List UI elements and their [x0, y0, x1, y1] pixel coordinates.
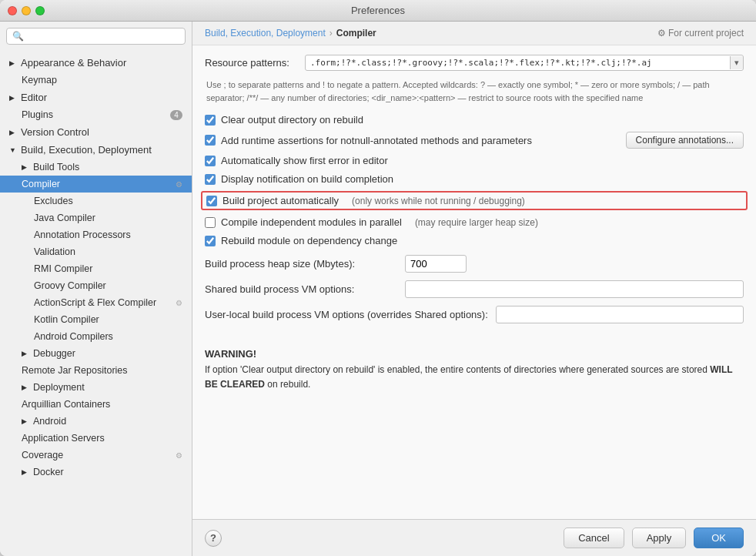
- checkbox-clear-output: Clear output directory on rebuild: [205, 113, 744, 126]
- preferences-window: Preferences 🔍 ▶ Appearance & Behavior Ke…: [0, 0, 756, 556]
- sidebar-item-label: Build, Execution, Deployment: [21, 144, 152, 156]
- show-first-error-label: Automatically show first error in editor: [221, 155, 388, 166]
- clear-output-label: Clear output directory on rebuild: [221, 114, 363, 126]
- resource-patterns-help: Use ; to separate patterns and ! to nega…: [205, 79, 744, 104]
- sidebar-item-label: Java Compiler: [34, 213, 95, 223]
- sidebar-item-label: Annotation Processors: [34, 229, 131, 240]
- sidebar-item-app-servers[interactable]: Application Servers: [0, 430, 192, 447]
- sidebar-item-android-compilers[interactable]: Android Compilers: [0, 328, 192, 345]
- show-first-error-checkbox[interactable]: [205, 156, 216, 166]
- sidebar-item-label: Excludes: [34, 196, 73, 206]
- sidebar-item-debugger[interactable]: ▶ Debugger: [0, 345, 192, 362]
- ok-button[interactable]: OK: [694, 528, 744, 548]
- sidebar-item-version-control[interactable]: ▶ Version Control: [0, 123, 192, 141]
- scroll-button[interactable]: ▾: [730, 56, 743, 69]
- user-local-vm-label: User-local build process VM options (ove…: [205, 309, 488, 320]
- window-controls: [8, 6, 45, 15]
- breadcrumb-current: Compiler: [336, 28, 376, 39]
- configure-annotations-button[interactable]: Configure annotations...: [626, 132, 744, 149]
- help-button[interactable]: ?: [205, 530, 222, 547]
- sidebar-item-label: Remote Jar Repositories: [22, 365, 128, 376]
- close-button[interactable]: [8, 6, 17, 15]
- sidebar-item-label: Groovy Compiler: [34, 280, 106, 291]
- rebuild-dependency-checkbox[interactable]: [205, 236, 216, 246]
- main-content: 🔍 ▶ Appearance & Behavior Keymap ▶ Edito…: [0, 22, 756, 556]
- checkbox-rebuild-dependency: Rebuild module on dependency change: [205, 234, 744, 247]
- checkbox-compile-parallel: Compile independent modules in parallel …: [205, 216, 744, 229]
- sidebar-item-android[interactable]: ▶ Android: [0, 413, 192, 430]
- expand-icon: ▶: [9, 129, 17, 136]
- user-local-vm-input[interactable]: [496, 306, 744, 323]
- resource-input-wrap: ▾: [305, 55, 744, 71]
- sidebar-item-remote-jar[interactable]: Remote Jar Repositories: [0, 362, 192, 379]
- sidebar-item-validation[interactable]: Validation: [0, 243, 192, 260]
- sidebar-item-coverage[interactable]: Coverage ⚙: [0, 447, 192, 464]
- window-title: Preferences: [351, 5, 405, 16]
- search-box[interactable]: 🔍: [6, 28, 186, 45]
- compile-parallel-checkbox[interactable]: [205, 217, 216, 228]
- sidebar-item-compiler[interactable]: Compiler ⚙: [0, 176, 192, 193]
- expand-icon: ▶: [22, 350, 29, 357]
- sidebar: 🔍 ▶ Appearance & Behavior Keymap ▶ Edito…: [0, 22, 192, 556]
- breadcrumb-right: ⚙ For current project: [657, 28, 744, 39]
- sidebar-item-java-compiler[interactable]: Java Compiler: [0, 209, 192, 226]
- sidebar-item-label: Plugins: [22, 109, 53, 120]
- sidebar-item-plugins[interactable]: Plugins 4: [0, 106, 192, 123]
- clear-output-checkbox[interactable]: [205, 115, 216, 126]
- checkbox-runtime-assertions: Add runtime assertions for notnull-annot…: [205, 134, 626, 147]
- warning-title: WARNING!: [205, 347, 744, 363]
- sidebar-item-build-execution[interactable]: ▼ Build, Execution, Deployment: [0, 141, 192, 159]
- sidebar-item-label: Docker: [33, 467, 64, 477]
- sidebar-item-label: Android: [33, 416, 66, 427]
- sidebar-item-excludes[interactable]: Excludes: [0, 193, 192, 209]
- sidebar-item-label: Validation: [34, 246, 75, 257]
- resource-patterns-input[interactable]: [306, 55, 730, 70]
- sidebar-item-keymap[interactable]: Keymap: [0, 72, 192, 89]
- resource-patterns-label: Resource patterns:: [205, 57, 297, 69]
- heap-size-label: Build process heap size (Mbytes):: [205, 258, 397, 270]
- settings-icon: ⚙: [176, 451, 182, 460]
- sidebar-item-docker[interactable]: ▶ Docker: [0, 464, 192, 481]
- sidebar-item-label: Deployment: [33, 382, 85, 393]
- sidebar-item-arquillian[interactable]: Arquillian Containers: [0, 396, 192, 413]
- cancel-button[interactable]: Cancel: [564, 528, 624, 548]
- heap-size-row: Build process heap size (Mbytes):: [205, 255, 744, 273]
- sidebar-item-build-tools[interactable]: ▶ Build Tools: [0, 159, 192, 176]
- runtime-assertions-checkbox[interactable]: [205, 135, 216, 146]
- search-icon: 🔍: [12, 31, 24, 42]
- plugins-badge: 4: [170, 110, 182, 120]
- heap-size-input[interactable]: [405, 255, 467, 273]
- compile-parallel-note: (may require larger heap size): [415, 217, 538, 228]
- warning-text: If option 'Clear output directory on reb…: [205, 363, 744, 392]
- sidebar-item-deployment[interactable]: ▶ Deployment: [0, 379, 192, 396]
- sidebar-item-editor[interactable]: ▶ Editor: [0, 89, 192, 106]
- shared-vm-row: Shared build process VM options:: [205, 280, 744, 298]
- sidebar-item-label: ActionScript & Flex Compiler: [34, 297, 156, 308]
- sidebar-item-annotation-processors[interactable]: Annotation Processors: [0, 226, 192, 243]
- sidebar-item-label: Editor: [21, 92, 47, 103]
- sidebar-item-label: Keymap: [22, 75, 57, 85]
- shared-vm-input[interactable]: [405, 280, 744, 298]
- project-icon: ⚙: [657, 28, 666, 39]
- bottom-bar: ? Cancel Apply OK: [192, 519, 756, 556]
- sidebar-item-label: Android Compilers: [34, 331, 113, 342]
- rebuild-dependency-label: Rebuild module on dependency change: [221, 235, 397, 246]
- build-auto-checkbox[interactable]: [206, 196, 217, 206]
- titlebar: Preferences: [0, 0, 756, 22]
- sidebar-item-groovy-compiler[interactable]: Groovy Compiler: [0, 277, 192, 294]
- minimize-button[interactable]: [22, 6, 31, 15]
- apply-button[interactable]: Apply: [632, 528, 687, 548]
- search-input[interactable]: [28, 31, 179, 42]
- expand-icon: ▶: [22, 468, 29, 476]
- breadcrumb-separator: ›: [329, 28, 333, 39]
- sidebar-item-actionscript-flex[interactable]: ActionScript & Flex Compiler ⚙: [0, 294, 192, 311]
- runtime-assertions-label: Add runtime assertions for notnull-annot…: [221, 135, 532, 146]
- breadcrumb-parent[interactable]: Build, Execution, Deployment: [205, 28, 326, 39]
- sidebar-item-rmi-compiler[interactable]: RMI Compiler: [0, 260, 192, 277]
- display-notification-checkbox[interactable]: [205, 174, 216, 185]
- maximize-button[interactable]: [35, 6, 45, 15]
- sidebar-list: ▶ Appearance & Behavior Keymap ▶ Editor …: [0, 51, 192, 556]
- sidebar-item-kotlin-compiler[interactable]: Kotlin Compiler: [0, 311, 192, 328]
- expand-icon: ▶: [22, 384, 29, 391]
- sidebar-item-appearance[interactable]: ▶ Appearance & Behavior: [0, 54, 192, 72]
